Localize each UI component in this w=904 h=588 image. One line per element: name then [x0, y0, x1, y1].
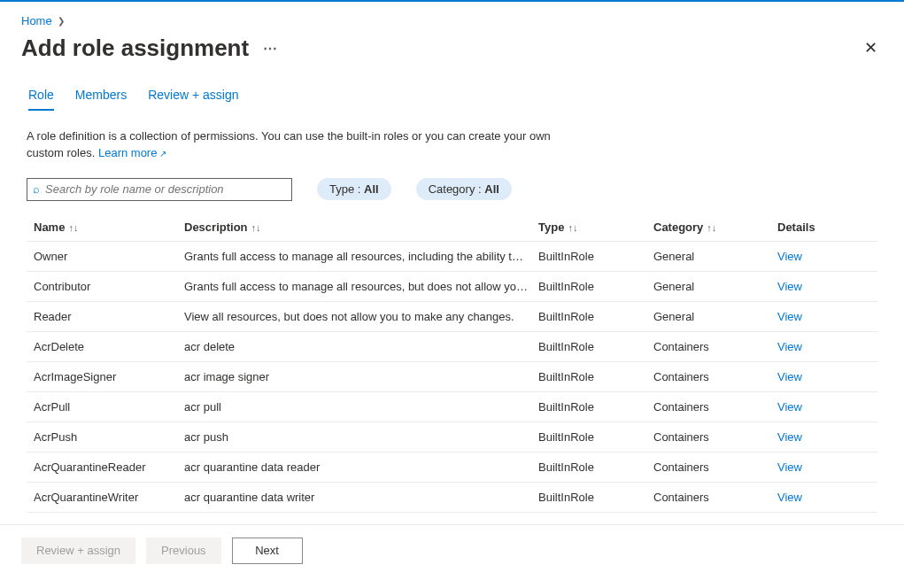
cell-description: View all resources, but does not allow y… — [184, 310, 538, 323]
description-text: A role definition is a collection of per… — [0, 111, 558, 162]
page-title-text: Add role assignment — [21, 35, 249, 62]
cell-category: Containers — [653, 400, 777, 414]
view-link[interactable]: View — [777, 430, 848, 444]
col-name[interactable]: Name↑↓ — [34, 220, 184, 234]
view-link[interactable]: View — [777, 460, 848, 474]
roles-table: Name↑↓ Description↑↓ Type↑↓ Category↑↓ D… — [0, 210, 904, 524]
sort-icon: ↑↓ — [568, 222, 577, 233]
view-link[interactable]: View — [777, 310, 848, 323]
cell-description: acr image signer — [184, 370, 538, 383]
cell-description: acr push — [184, 430, 538, 444]
cell-type: BuiltInRole — [538, 280, 653, 293]
cell-type: BuiltInRole — [538, 460, 653, 474]
search-input-wrapper[interactable]: ⌕ — [27, 178, 292, 201]
col-details: Details — [777, 220, 848, 234]
page-title: Add role assignment ⋯ — [21, 35, 279, 62]
cell-name: AcrPull — [34, 400, 184, 414]
footer-bar: Review + assign Previous Next — [0, 524, 904, 576]
tab-members[interactable]: Members — [75, 88, 127, 111]
external-link-icon: ↗ — [157, 149, 166, 159]
cell-description: Grants full access to manage all resourc… — [184, 280, 538, 293]
cell-name: AcrImageSigner — [34, 370, 184, 383]
table-row[interactable]: AcrImageSigneracr image signerBuiltInRol… — [27, 362, 877, 392]
tab-review-assign[interactable]: Review + assign — [148, 88, 238, 111]
view-link[interactable]: View — [777, 370, 848, 383]
view-link[interactable]: View — [777, 280, 848, 293]
cell-name: AcrQuarantineReader — [34, 460, 184, 474]
view-link[interactable]: View — [777, 491, 848, 504]
table-row[interactable]: ContributorGrants full access to manage … — [27, 272, 877, 302]
breadcrumb-home-link[interactable]: Home — [21, 14, 52, 27]
cell-type: BuiltInRole — [538, 370, 653, 383]
chevron-right-icon: ❯ — [58, 16, 65, 26]
horizontal-scrollbar[interactable] — [0, 576, 904, 588]
cell-type: BuiltInRole — [538, 430, 653, 444]
table-row[interactable]: AcrQuarantineWriteracr quarantine data w… — [27, 483, 877, 513]
more-actions-icon[interactable]: ⋯ — [263, 40, 279, 57]
cell-type: BuiltInRole — [538, 400, 653, 414]
cell-description: acr pull — [184, 400, 538, 414]
review-assign-button: Review + assign — [21, 538, 135, 564]
cell-category: General — [653, 250, 777, 263]
cell-name: AcrDelete — [34, 340, 184, 353]
table-row[interactable]: ReaderView all resources, but does not a… — [27, 302, 877, 332]
table-header-row: Name↑↓ Description↑↓ Type↑↓ Category↑↓ D… — [27, 213, 877, 242]
learn-more-link[interactable]: Learn more ↗ — [98, 146, 166, 159]
cell-name: AcrPush — [34, 430, 184, 444]
filter-row: ⌕ Type : All Category : All — [0, 162, 904, 210]
next-button[interactable]: Next — [232, 538, 303, 564]
cell-description: Grants full access to manage all resourc… — [184, 250, 538, 263]
cell-type: BuiltInRole — [538, 310, 653, 323]
cell-category: Containers — [653, 491, 777, 504]
cell-category: Containers — [653, 460, 777, 474]
cell-category: General — [653, 310, 777, 323]
view-link[interactable]: View — [777, 340, 848, 353]
cell-description: acr quarantine data reader — [184, 460, 538, 474]
cell-name: AcrQuarantineWriter — [34, 491, 184, 504]
sort-icon: ↑↓ — [68, 222, 78, 233]
cell-description: acr quarantine data writer — [184, 491, 538, 504]
cell-name: Contributor — [34, 280, 184, 293]
table-row[interactable]: AcrPushacr pushBuiltInRoleContainersView — [27, 422, 877, 453]
cell-type: BuiltInRole — [538, 250, 653, 263]
cell-category: Containers — [653, 340, 777, 353]
search-input[interactable] — [45, 182, 286, 196]
col-category[interactable]: Category↑↓ — [653, 220, 777, 234]
close-icon[interactable]: ✕ — [859, 33, 883, 63]
filter-type-pill[interactable]: Type : All — [317, 178, 391, 200]
view-link[interactable]: View — [777, 250, 848, 263]
search-icon: ⌕ — [33, 182, 40, 196]
cell-type: BuiltInRole — [538, 340, 653, 353]
tab-bar: Role Members Review + assign — [0, 63, 904, 111]
table-row[interactable]: AcrDeleteacr deleteBuiltInRoleContainers… — [27, 332, 877, 362]
table-row[interactable]: AcrPullacr pullBuiltInRoleContainersView — [27, 392, 877, 422]
view-link[interactable]: View — [777, 400, 848, 414]
sort-icon: ↑↓ — [707, 222, 716, 233]
col-description[interactable]: Description↑↓ — [184, 220, 538, 234]
cell-type: BuiltInRole — [538, 491, 653, 504]
cell-category: Containers — [653, 370, 777, 383]
cell-category: General — [653, 280, 777, 293]
table-row[interactable]: AcrQuarantineReaderacr quarantine data r… — [27, 453, 877, 483]
tab-role[interactable]: Role — [28, 88, 54, 111]
table-row[interactable]: OwnerGrants full access to manage all re… — [27, 242, 877, 272]
col-type[interactable]: Type↑↓ — [538, 220, 653, 234]
breadcrumb: Home ❯ — [0, 2, 904, 27]
main-scroll-area[interactable]: Home ❯ Add role assignment ⋯ ✕ Role Memb… — [0, 2, 904, 524]
cell-name: Reader — [34, 310, 184, 323]
sort-icon: ↑↓ — [251, 222, 261, 233]
previous-button: Previous — [146, 538, 221, 564]
filter-category-pill[interactable]: Category : All — [416, 178, 512, 200]
cell-category: Containers — [653, 430, 777, 444]
cell-name: Owner — [34, 250, 184, 263]
cell-description: acr delete — [184, 340, 538, 353]
